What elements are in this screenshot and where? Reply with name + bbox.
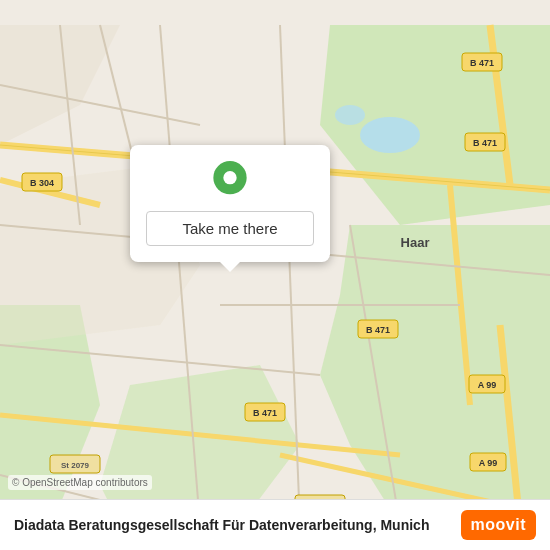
svg-point-49: [223, 171, 236, 184]
map-svg: B 471 B 471 B 304 B B 471 B 471 A 99 A 9…: [0, 0, 550, 550]
location-pin-icon: [210, 161, 250, 201]
svg-text:B 471: B 471: [253, 408, 277, 418]
svg-text:B 471: B 471: [473, 138, 497, 148]
map-container: B 471 B 471 B 304 B B 471 B 471 A 99 A 9…: [0, 0, 550, 550]
svg-text:St 2079: St 2079: [61, 461, 90, 470]
svg-point-7: [360, 117, 420, 153]
svg-text:A 99: A 99: [479, 458, 498, 468]
take-me-there-button[interactable]: Take me there: [146, 211, 314, 246]
popup-card: Take me there: [130, 145, 330, 262]
moovit-logo: moovit: [461, 510, 536, 540]
svg-text:B 471: B 471: [366, 325, 390, 335]
place-info: Diadata Beratungsgesellschaft Für Datenv…: [14, 516, 451, 534]
map-attribution: © OpenStreetMap contributors: [8, 475, 152, 490]
svg-text:Haar: Haar: [401, 235, 430, 250]
bottom-bar: Diadata Beratungsgesellschaft Für Datenv…: [0, 499, 550, 550]
place-name: Diadata Beratungsgesellschaft Für Datenv…: [14, 516, 451, 534]
svg-text:B 471: B 471: [470, 58, 494, 68]
svg-text:A 99: A 99: [478, 380, 497, 390]
svg-text:B 304: B 304: [30, 178, 54, 188]
svg-point-8: [335, 105, 365, 125]
